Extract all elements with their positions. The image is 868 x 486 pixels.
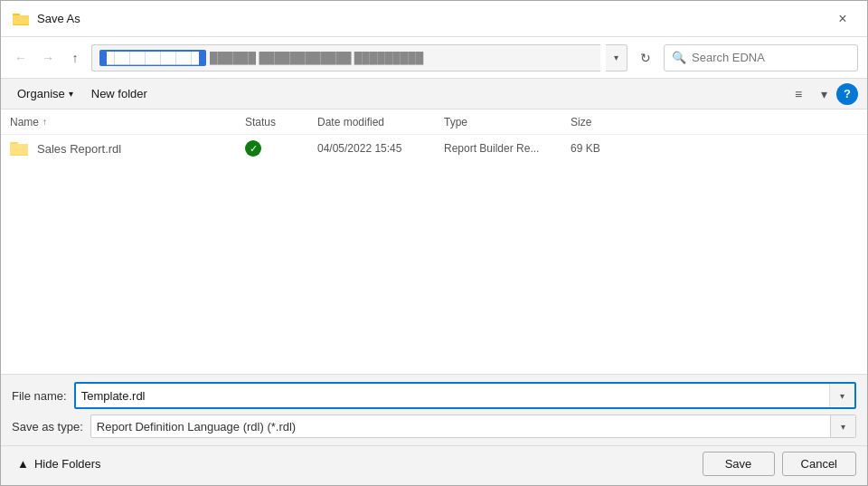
address-dropdown-button[interactable]: ▾ <box>606 44 627 71</box>
refresh-button[interactable]: ↻ <box>633 45 658 71</box>
savetype-text: Report Definition Language (rdl) (*.rdl) <box>91 420 830 434</box>
filename-dropdown-button[interactable]: ▾ <box>829 384 854 407</box>
file-list-header: Name ↑ Status Date modified Type Size <box>1 110 867 135</box>
column-name-label: Name <box>10 116 39 129</box>
column-status-header[interactable]: Status <box>245 116 317 129</box>
search-icon: 🔍 <box>672 51 686 64</box>
file-name: Sales Report.rdl <box>37 142 121 156</box>
column-date-header[interactable]: Date modified <box>317 116 444 129</box>
action-row: ▲ Hide Folders Save Cancel <box>1 445 867 485</box>
filename-input[interactable] <box>76 386 829 406</box>
search-box[interactable]: 🔍 <box>664 44 858 71</box>
status-ok-icon: ✓ <box>245 140 261 157</box>
filename-row: File name: ▾ <box>1 375 867 413</box>
organise-dropdown-icon: ▾ <box>69 89 73 99</box>
toolbar-right: ≡ ▾ ? <box>786 82 858 106</box>
column-name-header[interactable]: Name ↑ <box>10 116 245 129</box>
organise-label: Organise <box>17 87 65 100</box>
savetype-row: Save as type: Report Definition Language… <box>1 413 867 445</box>
search-input[interactable] <box>692 51 850 64</box>
savetype-label: Save as type: <box>12 420 83 434</box>
help-button[interactable]: ? <box>836 83 858 105</box>
address-field[interactable]: ████████████ ██████ ████████████ ███████… <box>91 44 600 71</box>
file-list: Sales Report.rdl ✓ 04/05/2022 15:45 Repo… <box>1 135 867 374</box>
file-name-cell: Sales Report.rdl <box>10 139 245 157</box>
file-type-cell: Report Builder Re... <box>444 142 571 155</box>
save-as-dialog: Save As × ← → ↑ ████████████ ██████ ████… <box>0 0 868 486</box>
back-button[interactable]: ← <box>10 47 32 69</box>
cancel-button[interactable]: Cancel <box>782 452 856 476</box>
file-date-cell: 04/05/2022 15:45 <box>317 142 444 155</box>
savetype-field[interactable]: Report Definition Language (rdl) (*.rdl)… <box>90 415 856 438</box>
hide-folders-label: Hide Folders <box>34 457 101 471</box>
filename-input-wrapper: ▾ <box>74 382 856 409</box>
table-row[interactable]: Sales Report.rdl ✓ 04/05/2022 15:45 Repo… <box>1 135 867 162</box>
save-button[interactable]: Save <box>703 452 775 476</box>
bottom-bar: File name: ▾ Save as type: Report Defini… <box>1 374 867 485</box>
filename-label: File name: <box>12 389 67 403</box>
dialog-icon <box>12 10 30 28</box>
column-type-header[interactable]: Type <box>444 116 571 129</box>
file-size-cell: 69 KB <box>571 142 643 155</box>
view-button[interactable]: ≡ <box>786 82 811 106</box>
savetype-dropdown-button[interactable]: ▾ <box>830 415 855 437</box>
column-size-header[interactable]: Size <box>571 116 643 129</box>
address-bar: ← → ↑ ████████████ ██████ ████████████ █… <box>1 37 867 79</box>
toolbar: Organise ▾ New folder ≡ ▾ ? <box>1 79 867 110</box>
close-button[interactable]: × <box>829 5 856 33</box>
new-folder-button[interactable]: New folder <box>84 84 155 103</box>
view-dropdown-button[interactable]: ▾ <box>815 82 833 106</box>
forward-button[interactable]: → <box>37 47 59 69</box>
svg-rect-5 <box>10 144 28 155</box>
svg-rect-2 <box>13 15 29 24</box>
hide-folders-button[interactable]: ▲ Hide Folders <box>12 454 107 473</box>
file-icon <box>10 139 28 157</box>
address-path-segment: ████████████ <box>99 50 206 66</box>
new-folder-label: New folder <box>91 87 147 100</box>
sort-arrow: ↑ <box>42 117 47 127</box>
dialog-title: Save As <box>37 12 829 25</box>
up-button[interactable]: ↑ <box>64 47 86 69</box>
address-path-rest: ██████ ████████████ █████████ <box>210 52 423 64</box>
title-bar: Save As × <box>1 1 867 37</box>
hide-folders-arrow: ▲ <box>17 457 29 471</box>
action-buttons: Save Cancel <box>703 452 856 476</box>
organise-button[interactable]: Organise ▾ <box>10 84 80 103</box>
file-status-cell: ✓ <box>245 140 317 157</box>
